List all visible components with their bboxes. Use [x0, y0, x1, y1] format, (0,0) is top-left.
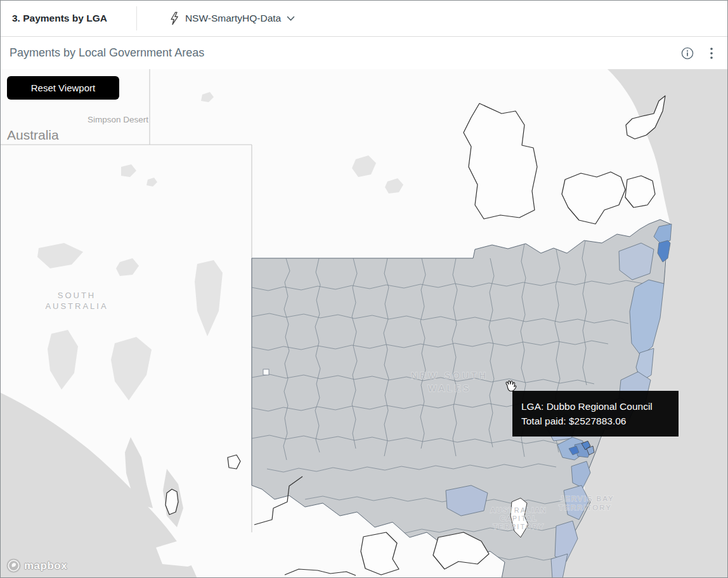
- nsw-state-label-line2: WALES: [428, 383, 472, 393]
- jervis-label-line1: JERVIS BAY: [560, 495, 614, 502]
- act-label-line1: AUSTRALIAN: [490, 506, 547, 514]
- desert-label: Simpson Desert: [88, 115, 148, 124]
- jervis-act-label-line3: TERRITORY: [493, 523, 544, 530]
- mapbox-logo-icon: [6, 558, 22, 574]
- card-header: Payments by Local Government Areas: [1, 37, 727, 69]
- datasource-selector[interactable]: NSW-SmartyHQ-Data: [169, 11, 295, 25]
- map-container: Australia Simpson Desert SOUTH AUSTRALIA…: [1, 69, 728, 578]
- toolbar: 3. Payments by LGA NSW-SmartyHQ-Data: [1, 1, 727, 37]
- jervis-label-line2: TERRITORY: [559, 504, 612, 511]
- datasource-label: NSW-SmartyHQ-Data: [185, 13, 281, 24]
- mapbox-attribution[interactable]: mapbox: [6, 558, 67, 574]
- act-label-line2: CAPITAL: [500, 515, 537, 522]
- kebab-menu-icon[interactable]: [710, 46, 713, 60]
- unincorporated-hole: [263, 369, 269, 375]
- map-canvas[interactable]: Australia Simpson Desert SOUTH AUSTRALIA…: [1, 69, 728, 578]
- toolbar-divider: [136, 6, 137, 30]
- reset-viewport-button[interactable]: Reset Viewport: [7, 76, 119, 100]
- info-icon[interactable]: [680, 46, 694, 60]
- sa-state-label-line2: AUSTRALIA: [45, 301, 108, 311]
- lightning-bolt-icon: [169, 11, 179, 25]
- sa-state-label-line1: SOUTH: [58, 291, 96, 300]
- card-title: Payments by Local Government Areas: [10, 46, 680, 60]
- nsw-state-label-line1: NEW SOUTH: [411, 371, 488, 381]
- country-label: Australia: [7, 128, 59, 142]
- chevron-down-icon: [287, 16, 295, 22]
- mapbox-wordmark: mapbox: [24, 560, 67, 572]
- page-title: 3. Payments by LGA: [1, 13, 119, 24]
- dashboard-window: 3. Payments by LGA NSW-SmartyHQ-Data Pay…: [0, 0, 728, 578]
